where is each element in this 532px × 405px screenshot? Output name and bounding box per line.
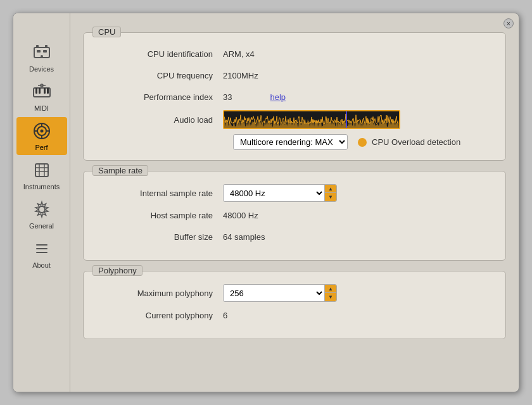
current-polyphony-row: Current polyphony 6 (96, 307, 493, 323)
sample-rate-title: Sample rate (92, 165, 148, 176)
max-polyphony-select[interactable]: 64 128 256 512 (224, 285, 324, 301)
host-sample-rate-row: Host sample rate 48000 Hz (96, 207, 493, 223)
cpu-frequency-label: CPU frequency (96, 71, 223, 80)
svg-rect-1 (37, 50, 41, 53)
sidebar-item-midi[interactable]: MIDI (16, 78, 67, 116)
performance-index-label: Performance index (96, 92, 223, 102)
svg-rect-10 (47, 88, 49, 94)
audio-load-row: Audio load (96, 110, 493, 129)
internal-sample-rate-select-wrapper: 44100 Hz 48000 Hz 88200 Hz 96000 Hz ▲ ▼ (223, 184, 337, 202)
cpu-frequency-value: 2100MHz (223, 71, 258, 80)
internal-sample-rate-row: Internal sample rate 44100 Hz 48000 Hz 8… (96, 184, 493, 202)
close-button[interactable]: × (504, 18, 514, 28)
about-icon (32, 239, 52, 259)
audio-load-label: Audio load (96, 115, 223, 125)
svg-rect-4 (36, 45, 39, 48)
polyphony-title: Polyphony (92, 265, 142, 276)
host-sample-rate-value: 48000 Hz (223, 211, 258, 220)
multicore-row: Multicore rendering: MAX Multicore rende… (96, 134, 493, 150)
svg-rect-9 (44, 88, 46, 94)
multicore-select[interactable]: Multicore rendering: MAX Multicore rende… (233, 134, 348, 150)
perf-icon (32, 121, 52, 141)
main-content: CPU CPU identification ARM, x4 CPU frequ… (70, 13, 519, 392)
instruments-icon (32, 160, 52, 180)
sidebar-item-midi-label: MIDI (34, 104, 49, 112)
sidebar-item-about-label: About (32, 261, 51, 269)
host-sample-rate-label: Host sample rate (96, 211, 223, 220)
performance-index-value: 33 (223, 92, 232, 102)
svg-point-19 (40, 130, 43, 133)
svg-rect-7 (35, 88, 37, 94)
current-polyphony-value: 6 (223, 311, 227, 320)
audio-load-bar (223, 110, 400, 129)
svg-rect-5 (45, 45, 48, 48)
polyphony-section: Polyphony Maximum polyphony 64 128 256 5… (83, 271, 506, 339)
sidebar-item-instruments-label: Instruments (23, 183, 60, 190)
sidebar-item-perf[interactable]: Perf (16, 117, 67, 155)
max-polyphony-row: Maximum polyphony 64 128 256 512 ▲ ▼ (96, 284, 493, 302)
sidebar-item-general-label: General (29, 222, 54, 230)
midi-icon (32, 82, 52, 102)
cpu-identification-label: CPU identification (96, 49, 223, 59)
sidebar-item-devices-label: Devices (29, 65, 54, 73)
max-polyphony-label: Maximum polyphony (96, 289, 223, 298)
buffer-size-value: 64 samples (223, 232, 265, 242)
max-polyphony-down[interactable]: ▼ (325, 293, 336, 301)
cpu-section-title: CPU (92, 27, 121, 37)
cpu-frequency-row: CPU frequency 2100MHz (96, 67, 493, 84)
svg-rect-20 (35, 164, 48, 177)
current-polyphony-label: Current polyphony (96, 311, 223, 320)
general-icon (32, 199, 52, 220)
max-polyphony-select-wrapper: 64 128 256 512 ▲ ▼ (223, 284, 337, 302)
buffer-size-label: Buffer size (96, 232, 223, 242)
svg-point-3 (41, 55, 43, 58)
svg-rect-8 (39, 88, 41, 94)
buffer-size-row: Buffer size 64 samples (96, 228, 493, 245)
sample-rate-section: Sample rate Internal sample rate 44100 H… (83, 171, 506, 261)
overload-label: CPU Overload detection (372, 137, 460, 147)
internal-rate-up[interactable]: ▲ (325, 185, 336, 193)
internal-rate-down[interactable]: ▼ (325, 193, 336, 201)
sidebar-item-devices[interactable]: Devices (16, 39, 67, 77)
help-link[interactable]: help (270, 92, 286, 102)
internal-rate-spinner: ▲ ▼ (324, 185, 336, 201)
main-window: × Devices (13, 13, 519, 392)
sidebar-item-perf-label: Perf (35, 144, 48, 151)
sidebar-item-instruments[interactable]: Instruments (16, 156, 67, 194)
max-polyphony-spinner: ▲ ▼ (324, 285, 336, 301)
sidebar: Devices MIDI (13, 13, 70, 392)
sidebar-item-general[interactable]: General (16, 196, 67, 234)
internal-sample-rate-select[interactable]: 44100 Hz 48000 Hz 88200 Hz 96000 Hz (224, 185, 324, 201)
max-polyphony-up[interactable]: ▲ (325, 285, 336, 293)
performance-index-row: Performance index 33 help (96, 89, 493, 105)
cpu-identification-row: CPU identification ARM, x4 (96, 46, 493, 62)
overload-dot (358, 138, 367, 147)
svg-rect-2 (43, 50, 47, 53)
cpu-identification-value: ARM, x4 (223, 49, 255, 59)
sidebar-item-about[interactable]: About (16, 235, 67, 273)
devices-icon (32, 42, 52, 63)
cpu-section: CPU CPU identification ARM, x4 CPU frequ… (83, 32, 506, 161)
internal-sample-rate-label: Internal sample rate (96, 189, 223, 198)
